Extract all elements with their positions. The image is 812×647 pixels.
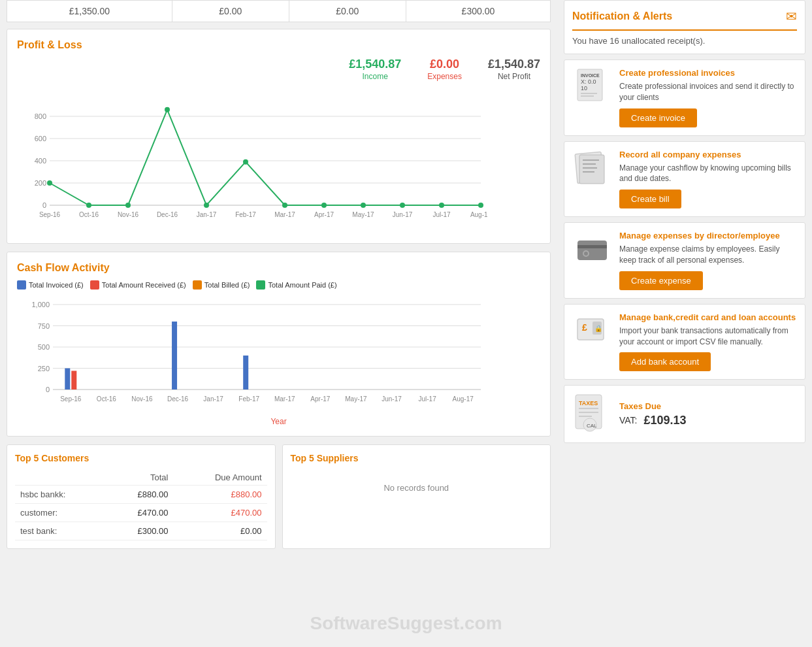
- bill-button[interactable]: Create bill: [619, 190, 681, 208]
- top-val-1: £1,350.00: [7, 1, 172, 22]
- svg-point-14: [165, 107, 170, 112]
- bill-icon: [572, 150, 611, 186]
- legend-item: Total Amount Received (£): [90, 280, 186, 290]
- col-due: Due Amount: [173, 470, 267, 486]
- svg-point-12: [86, 203, 91, 208]
- notif-alert-msg: You have 16 unallocated receipt(s).: [572, 36, 797, 46]
- bill-content: Record all company expenses Manage your …: [619, 150, 797, 209]
- expense-button[interactable]: Create expense: [619, 271, 703, 290]
- svg-point-22: [478, 203, 483, 208]
- bank-icon: £ 🔒: [572, 312, 611, 348]
- svg-text:Jul-17: Jul-17: [419, 395, 437, 403]
- bank-desc: Import your bank transactions automatica…: [619, 325, 797, 348]
- svg-text:Dec-16: Dec-16: [167, 395, 189, 403]
- svg-text:Apr-17: Apr-17: [314, 211, 334, 218]
- action-card-bill: Record all company expenses Manage your …: [564, 141, 805, 218]
- bottom-tables: Top 5 Customers Total Due Amount hsbc ba…: [7, 444, 551, 549]
- svg-text:May-17: May-17: [345, 395, 367, 403]
- no-records-msg: No records found: [291, 470, 543, 506]
- pnl-summary: £1,540.87 Income £0.00 Expenses £1,540.8…: [17, 58, 540, 81]
- svg-rect-54: [243, 356, 248, 390]
- svg-text:800: 800: [35, 112, 46, 120]
- svg-text:Jan-17: Jan-17: [203, 395, 223, 403]
- svg-text:250: 250: [38, 365, 50, 373]
- taxes-vat-label: VAT:: [619, 415, 638, 425]
- expense-content: Manage expenses by director/employee Man…: [619, 231, 797, 290]
- svg-point-16: [243, 159, 248, 165]
- taxes-amount: £109.13: [644, 414, 687, 427]
- svg-text:Apr-17: Apr-17: [310, 395, 330, 403]
- bill-desc: Manage your cashflow by knowing upcoming…: [619, 163, 797, 185]
- svg-text:Sep-16: Sep-16: [60, 395, 82, 403]
- svg-text:Feb-17: Feb-17: [238, 395, 259, 403]
- customer-due: £880.00: [173, 486, 267, 504]
- svg-text:Sep-16: Sep-16: [39, 211, 61, 218]
- taxes-card: TAXES CAL Taxes Due VAT: £109.13: [564, 385, 805, 443]
- svg-rect-47: [71, 371, 76, 390]
- cashflow-chart: 02505007501,000Sep-16Oct-16Nov-16Dec-16J…: [17, 295, 540, 414]
- svg-text:INVOICE: INVOICE: [581, 73, 600, 78]
- notif-title: Notification & Alerts: [572, 10, 672, 22]
- svg-rect-71: [583, 163, 596, 165]
- svg-point-13: [125, 203, 131, 208]
- customer-name: test bank:: [15, 522, 106, 540]
- svg-text:Jun-17: Jun-17: [393, 211, 413, 218]
- customer-total: £880.00: [106, 486, 174, 504]
- expense-title: Manage expenses by director/employee: [619, 231, 797, 241]
- table-row: test bank: £300.00 £0.00: [15, 522, 267, 540]
- cashflow-legend: Total Invoiced (£)Total Amount Received …: [17, 280, 540, 290]
- svg-rect-74: [577, 241, 607, 260]
- legend-item: Total Invoiced (£): [17, 280, 84, 290]
- top-summary-table: £1,350.00 £0.00 £0.00 £300.00: [7, 0, 551, 22]
- svg-rect-85: [579, 412, 598, 413]
- svg-text:Jan-17: Jan-17: [197, 211, 217, 218]
- svg-text:Feb-17: Feb-17: [235, 211, 256, 218]
- customer-total: £300.00: [106, 522, 174, 540]
- customer-due: £470.00: [173, 504, 267, 522]
- top-val-3: £0.00: [289, 1, 406, 22]
- profit-loss-card: Profit & Loss £1,540.87 Income £0.00 Exp…: [7, 29, 551, 244]
- bank-button[interactable]: Add bank account: [619, 352, 711, 371]
- svg-text:X: 0.0: X: 0.0: [581, 78, 596, 85]
- table-row: hsbc bankk: £880.00 £880.00: [15, 486, 267, 504]
- svg-point-15: [204, 203, 209, 208]
- invoice-title: Create professional invoices: [619, 68, 797, 78]
- svg-text:Jul-17: Jul-17: [432, 211, 451, 218]
- legend-item: Total Billed (£): [193, 280, 250, 290]
- invoice-content: Create professional invoices Create prof…: [619, 68, 797, 127]
- bank-title: Manage bank,credit card and loan account…: [619, 312, 797, 322]
- svg-text:0: 0: [46, 386, 50, 393]
- expense-desc: Manage expense claims by employees. Easi…: [619, 244, 797, 266]
- svg-rect-69: [579, 155, 604, 184]
- invoice-icon: INVOICE X: 0.0 10: [572, 68, 611, 104]
- svg-rect-75: [577, 245, 607, 248]
- svg-text:0: 0: [42, 201, 46, 209]
- svg-rect-51: [172, 322, 177, 390]
- pnl-income: £1,540.87 Income: [349, 58, 401, 81]
- pnl-chart: 0200400600800Sep-16Oct-16Nov-16Dec-16Jan…: [17, 88, 540, 233]
- customer-due: £0.00: [173, 522, 267, 540]
- svg-point-77: [584, 252, 588, 256]
- svg-text:Oct-16: Oct-16: [97, 395, 116, 403]
- cashflow-xlabel: Year: [17, 417, 540, 426]
- top-customers-card: Top 5 Customers Total Due Amount hsbc ba…: [7, 444, 276, 549]
- svg-point-17: [282, 203, 287, 208]
- svg-rect-73: [583, 171, 594, 173]
- svg-text:400: 400: [35, 157, 46, 165]
- svg-text:Jun-17: Jun-17: [382, 395, 402, 403]
- col-name: [15, 470, 106, 486]
- cashflow-card: Cash Flow Activity Total Invoiced (£)Tot…: [7, 252, 551, 437]
- svg-text:Nov-16: Nov-16: [118, 211, 139, 218]
- invoice-button[interactable]: Create invoice: [619, 108, 697, 127]
- notification-bell-icon: ✉: [786, 8, 797, 24]
- taxes-icon: TAXES CAL: [572, 393, 611, 435]
- customer-total: £470.00: [106, 504, 174, 522]
- svg-rect-70: [583, 159, 599, 161]
- svg-text:Aug-17: Aug-17: [453, 395, 474, 403]
- notification-header-card: Notification & Alerts ✉ You have 16 unal…: [564, 0, 805, 54]
- top-customers-title: Top 5 Customers: [15, 453, 267, 463]
- svg-point-18: [321, 203, 327, 208]
- table-row: customer: £470.00 £470.00: [15, 504, 267, 522]
- svg-text:1,000: 1,000: [31, 301, 50, 308]
- bill-title: Record all company expenses: [619, 150, 797, 159]
